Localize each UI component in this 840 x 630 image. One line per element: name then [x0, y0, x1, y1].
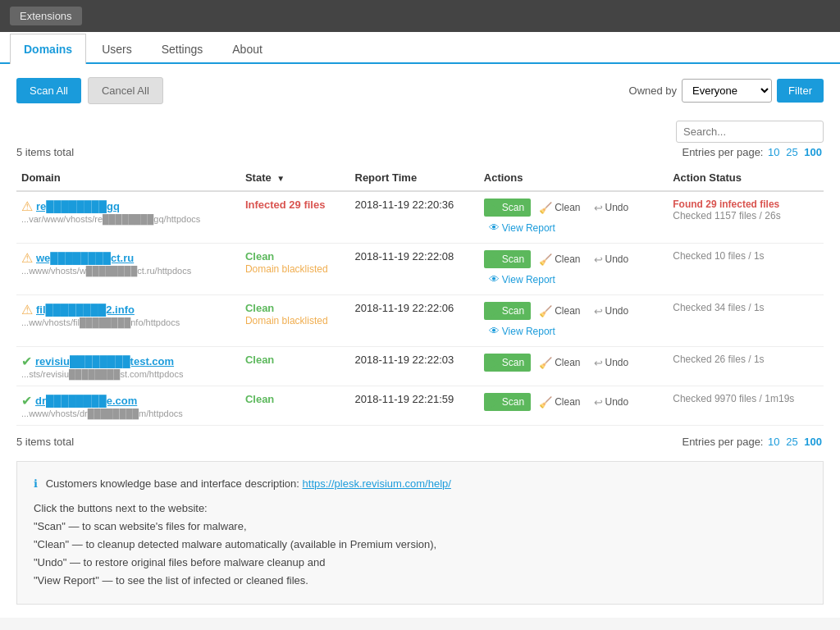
domain-name[interactable]: fil████████2.info: [36, 304, 135, 316]
info-bar-bottom: 5 items total Entries per page: 10 25 10…: [16, 436, 824, 448]
eye-icon: 👁: [489, 325, 500, 337]
domain-name[interactable]: we████████ct.ru: [36, 252, 134, 264]
tab-about[interactable]: About: [218, 34, 276, 64]
info-icon: ℹ: [34, 477, 38, 490]
main-content: Scan All Cancel All Owned by Everyone ad…: [0, 64, 840, 618]
sort-icon: ▼: [276, 174, 285, 183]
table-row: ✔ dr████████e.com ...www/vhosts/dr██████…: [16, 386, 824, 426]
col-state[interactable]: State ▼: [240, 165, 350, 191]
filter-button[interactable]: Filter: [777, 79, 824, 103]
tab-users[interactable]: Users: [88, 34, 146, 64]
domain-icon: ⚠: [21, 250, 33, 266]
cancel-all-button[interactable]: Cancel All: [88, 77, 163, 104]
tab-settings[interactable]: Settings: [148, 34, 217, 64]
owner-select[interactable]: Everyone admin user1: [682, 79, 772, 103]
undo-icon: ↩: [594, 396, 603, 409]
clean-button[interactable]: 🧹 Clean: [534, 251, 585, 268]
report-time: 2018-11-19 22:20:36: [350, 191, 479, 244]
scan-button[interactable]: ▶ Scan: [484, 199, 531, 217]
actions-wrapper: ▶ Scan 🧹 Clean ↩ Undo: [484, 393, 663, 411]
eye-icon: 👁: [489, 221, 500, 234]
entries-100-top[interactable]: 100: [804, 146, 822, 158]
clean-button[interactable]: 🧹 Clean: [534, 199, 585, 217]
undo-button[interactable]: ↩ Undo: [589, 354, 634, 372]
extensions-button[interactable]: Extensions: [10, 7, 82, 25]
domain-header: ✔ dr████████e.com: [21, 393, 235, 409]
action-row1: ▶ Scan 🧹 Clean ↩ Undo: [484, 354, 663, 372]
report-time: 2018-11-19 22:22:06: [350, 295, 479, 347]
tab-domains[interactable]: Domains: [10, 34, 86, 64]
undo-icon: ↩: [594, 357, 603, 369]
undo-icon: ↩: [594, 305, 603, 317]
undo-icon: ↩: [594, 253, 603, 266]
toolbar: Scan All Cancel All Owned by Everyone ad…: [16, 77, 824, 104]
domain-name[interactable]: re████████gq: [36, 200, 120, 212]
broom-icon: 🧹: [539, 357, 552, 369]
domain-header: ✔ revisiu████████test.com: [21, 354, 235, 369]
undo-icon: ↩: [594, 202, 603, 214]
play-icon: ▶: [491, 395, 500, 409]
search-box-container: [16, 121, 824, 143]
play-icon: ▶: [491, 356, 500, 369]
total-items-top: 5 items total: [16, 146, 74, 158]
domain-name[interactable]: revisiu████████test.com: [35, 355, 174, 368]
table-row: ⚠ re████████gq ...var/www/vhosts/re█████…: [16, 191, 824, 244]
broom-icon: 🧹: [539, 305, 552, 317]
entries-100-bottom[interactable]: 100: [804, 436, 822, 448]
domain-cell: ⚠ re████████gq ...var/www/vhosts/re█████…: [21, 199, 235, 224]
entries-25-top[interactable]: 25: [786, 146, 797, 158]
undo-button[interactable]: ↩ Undo: [589, 251, 634, 268]
view-report-button[interactable]: 👁 View Report: [484, 271, 560, 288]
state-label: Clean: [245, 302, 274, 314]
action-row2: 👁 View Report: [484, 271, 663, 288]
domain-icon: ⚠: [21, 199, 33, 214]
scan-button[interactable]: ▶ Scan: [484, 354, 531, 372]
domain-name[interactable]: dr████████e.com: [35, 395, 137, 407]
col-domain: Domain: [16, 165, 240, 191]
domain-header: ⚠ re████████gq: [21, 199, 235, 214]
domain-header: ⚠ we████████ct.ru: [21, 250, 235, 266]
table-row: ⚠ we████████ct.ru ...www/vhosts/w███████…: [16, 244, 824, 295]
play-icon: ▶: [491, 253, 500, 266]
broom-icon: 🧹: [539, 202, 552, 214]
scan-button[interactable]: ▶ Scan: [484, 250, 531, 268]
undo-button[interactable]: ↩ Undo: [589, 199, 634, 217]
owned-by-label: Owned by: [629, 84, 678, 97]
table-row: ⚠ fil████████2.info ...ww/vhosts/fil████…: [16, 295, 824, 347]
scan-button[interactable]: ▶ Scan: [484, 302, 531, 320]
scan-button[interactable]: ▶ Scan: [484, 393, 531, 411]
domain-icon: ✔: [21, 393, 32, 409]
clean-button[interactable]: 🧹 Clean: [534, 303, 585, 320]
actions-wrapper: ▶ Scan 🧹 Clean ↩ Undo: [484, 199, 663, 236]
report-time: 2018-11-19 22:22:03: [350, 347, 479, 386]
domain-path: ...www/vhosts/dr████████m/httpdocs: [21, 409, 235, 418]
tabs-bar: Domains Users Settings About: [0, 32, 840, 64]
report-time: 2018-11-19 22:21:59: [350, 386, 479, 426]
action-status: Checked 9970 files / 1m19s: [673, 393, 819, 404]
info-bar-top: 5 items total Entries per page: 10 25 10…: [16, 146, 824, 158]
actions-wrapper: ▶ Scan 🧹 Clean ↩ Undo: [484, 354, 663, 372]
domain-cell: ✔ dr████████e.com ...www/vhosts/dr██████…: [21, 393, 235, 418]
state-sub: Domain blacklisted: [245, 315, 328, 326]
undo-button[interactable]: ↩ Undo: [589, 394, 634, 411]
view-report-button[interactable]: 👁 View Report: [484, 219, 560, 236]
domain-header: ⚠ fil████████2.info: [21, 302, 235, 317]
scan-all-button[interactable]: Scan All: [16, 78, 81, 103]
owned-by-group: Owned by Everyone admin user1 Filter: [629, 79, 824, 103]
entries-10-bottom[interactable]: 10: [768, 436, 779, 448]
action-status: Checked 34 files / 1s: [673, 302, 819, 313]
info-box-header: ℹ Customers knowledge base and interface…: [34, 475, 806, 493]
clean-button[interactable]: 🧹 Clean: [534, 394, 585, 411]
table-row: ✔ revisiu████████test.com ...sts/revisiu…: [16, 347, 824, 386]
report-desc: "View Report" — to see the list of infec…: [34, 572, 806, 590]
search-input[interactable]: [676, 121, 824, 143]
play-icon: ▶: [491, 304, 500, 317]
clean-button[interactable]: 🧹 Clean: [534, 354, 585, 372]
entries-per-page-top: Entries per page: 10 25 100: [682, 146, 824, 158]
info-link[interactable]: https://plesk.revisium.com/help/: [303, 477, 451, 490]
entries-10-top[interactable]: 10: [768, 146, 779, 158]
action-row2: 👁 View Report: [484, 219, 663, 236]
undo-button[interactable]: ↩ Undo: [589, 303, 634, 320]
view-report-button[interactable]: 👁 View Report: [484, 322, 560, 340]
entries-25-bottom[interactable]: 25: [786, 436, 797, 448]
